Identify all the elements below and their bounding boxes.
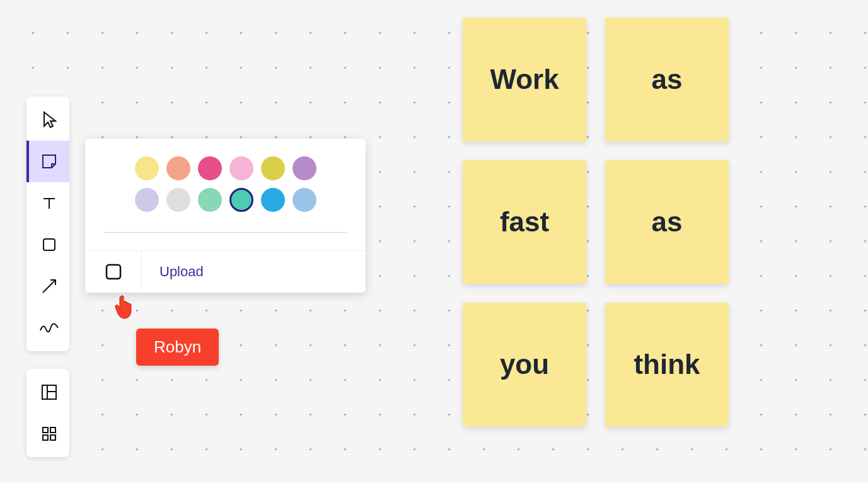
upload-row: Upload [85,250,366,293]
sticky-note-icon [40,153,58,170]
sticky-text: you [500,349,549,380]
svg-rect-7 [50,435,55,440]
color-swatch-mint[interactable] [198,188,222,212]
sticky-note-tool[interactable] [26,141,69,182]
arrow-tool[interactable] [26,265,69,307]
svg-rect-6 [43,435,48,440]
color-swatch-olive[interactable] [261,156,285,180]
color-swatch-blue[interactable] [261,188,285,212]
template-tool[interactable] [26,371,69,413]
color-row-1 [135,156,316,180]
text-tool[interactable] [26,182,69,224]
main-toolbar [26,96,69,351]
apps-tool[interactable] [26,413,69,455]
svg-rect-5 [50,428,55,433]
sticky-text: Work [490,64,558,95]
color-swatch-teal[interactable] [229,188,253,212]
collaborator-name-tag: Robyn [136,329,219,366]
template-icon [40,383,58,401]
sticky-note-5[interactable]: you [463,303,586,426]
color-swatch-salmon[interactable] [166,156,190,180]
color-swatch-lightpink[interactable] [229,156,253,180]
sticky-text: as [652,64,683,95]
svg-rect-4 [43,428,48,433]
cursor-icon [42,111,57,129]
sticky-note-2[interactable]: as [605,18,729,141]
collaborator-cursor-icon [112,293,137,320]
sticky-color-popup: Upload [85,139,366,293]
color-swatch-purple[interactable] [292,156,316,180]
upload-square-button[interactable] [85,251,142,293]
secondary-toolbar [26,369,69,457]
upload-label-text: Upload [159,264,204,280]
color-swatch-lavender[interactable] [135,188,159,212]
color-row-2 [135,188,316,212]
square-icon [41,236,57,253]
sticky-note-6[interactable]: think [605,303,729,426]
text-icon [41,195,57,211]
color-swatch-pink[interactable] [198,156,222,180]
sticky-note-3[interactable]: fast [463,160,586,284]
svg-rect-8 [107,265,120,279]
sticky-note-4[interactable]: as [605,160,729,284]
select-tool[interactable] [26,99,69,141]
color-swatch-lightblue[interactable] [292,188,316,212]
sticky-note-1[interactable]: Work [463,18,586,141]
shape-tool[interactable] [26,224,69,265]
collaborator-name: Robyn [154,337,201,356]
square-outline-icon [104,262,123,281]
scribble-tool[interactable] [26,307,69,349]
svg-rect-0 [43,239,55,250]
color-swatch-grey[interactable] [166,188,190,212]
sticky-text: fast [500,206,549,238]
sticky-text: as [652,206,683,238]
sticky-text: think [634,349,700,380]
popup-divider [104,232,347,233]
arrow-icon [40,277,59,296]
color-swatch-yellow[interactable] [135,156,159,180]
scribble-icon [39,322,59,334]
color-swatch-area [85,139,366,217]
upload-button[interactable]: Upload [142,251,366,293]
grid-icon [40,425,58,443]
